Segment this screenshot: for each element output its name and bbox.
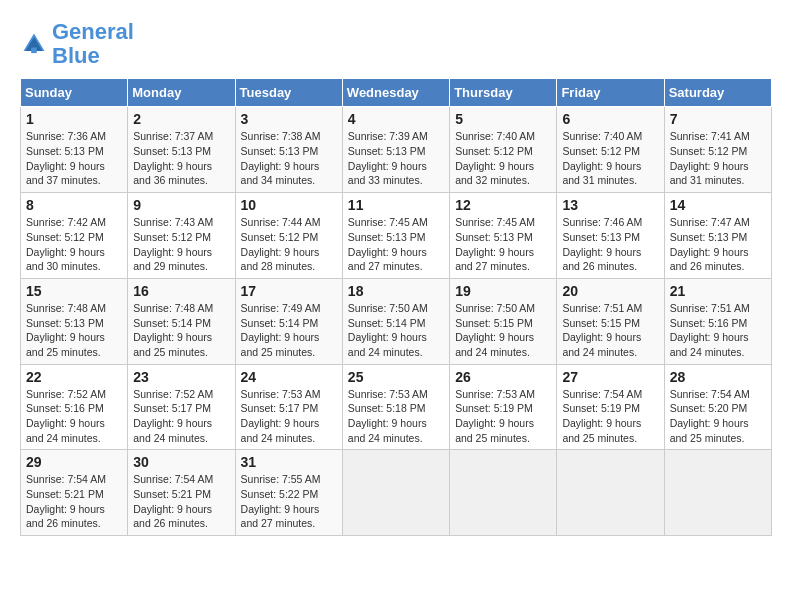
day-number: 27 [562, 369, 658, 385]
calendar-cell: 1 Sunrise: 7:36 AM Sunset: 5:13 PM Dayli… [21, 107, 128, 193]
day-number: 14 [670, 197, 766, 213]
day-number: 29 [26, 454, 122, 470]
day-info: Sunrise: 7:45 AM Sunset: 5:13 PM Dayligh… [455, 215, 551, 274]
logo: General Blue [20, 20, 134, 68]
day-number: 11 [348, 197, 444, 213]
calendar-cell: 8 Sunrise: 7:42 AM Sunset: 5:12 PM Dayli… [21, 193, 128, 279]
day-number: 16 [133, 283, 229, 299]
day-info: Sunrise: 7:50 AM Sunset: 5:15 PM Dayligh… [455, 301, 551, 360]
day-info: Sunrise: 7:41 AM Sunset: 5:12 PM Dayligh… [670, 129, 766, 188]
day-number: 22 [26, 369, 122, 385]
day-info: Sunrise: 7:51 AM Sunset: 5:16 PM Dayligh… [670, 301, 766, 360]
day-of-week-monday: Monday [128, 79, 235, 107]
calendar-cell: 11 Sunrise: 7:45 AM Sunset: 5:13 PM Dayl… [342, 193, 449, 279]
calendar-cell: 27 Sunrise: 7:54 AM Sunset: 5:19 PM Dayl… [557, 364, 664, 450]
calendar-cell [342, 450, 449, 536]
day-info: Sunrise: 7:42 AM Sunset: 5:12 PM Dayligh… [26, 215, 122, 274]
day-number: 3 [241, 111, 337, 127]
day-info: Sunrise: 7:45 AM Sunset: 5:13 PM Dayligh… [348, 215, 444, 274]
calendar-cell: 28 Sunrise: 7:54 AM Sunset: 5:20 PM Dayl… [664, 364, 771, 450]
day-number: 2 [133, 111, 229, 127]
day-number: 13 [562, 197, 658, 213]
calendar-week-2: 8 Sunrise: 7:42 AM Sunset: 5:12 PM Dayli… [21, 193, 772, 279]
calendar-cell: 12 Sunrise: 7:45 AM Sunset: 5:13 PM Dayl… [450, 193, 557, 279]
day-number: 9 [133, 197, 229, 213]
calendar-week-1: 1 Sunrise: 7:36 AM Sunset: 5:13 PM Dayli… [21, 107, 772, 193]
day-number: 31 [241, 454, 337, 470]
day-of-week-tuesday: Tuesday [235, 79, 342, 107]
calendar-cell: 6 Sunrise: 7:40 AM Sunset: 5:12 PM Dayli… [557, 107, 664, 193]
day-number: 5 [455, 111, 551, 127]
calendar-cell: 20 Sunrise: 7:51 AM Sunset: 5:15 PM Dayl… [557, 278, 664, 364]
calendar-cell: 16 Sunrise: 7:48 AM Sunset: 5:14 PM Dayl… [128, 278, 235, 364]
calendar-cell: 4 Sunrise: 7:39 AM Sunset: 5:13 PM Dayli… [342, 107, 449, 193]
calendar-cell [664, 450, 771, 536]
day-info: Sunrise: 7:40 AM Sunset: 5:12 PM Dayligh… [562, 129, 658, 188]
day-of-week-thursday: Thursday [450, 79, 557, 107]
calendar-cell: 24 Sunrise: 7:53 AM Sunset: 5:17 PM Dayl… [235, 364, 342, 450]
day-number: 8 [26, 197, 122, 213]
calendar-cell: 7 Sunrise: 7:41 AM Sunset: 5:12 PM Dayli… [664, 107, 771, 193]
day-info: Sunrise: 7:54 AM Sunset: 5:19 PM Dayligh… [562, 387, 658, 446]
calendar-table: SundayMondayTuesdayWednesdayThursdayFrid… [20, 78, 772, 536]
day-number: 25 [348, 369, 444, 385]
calendar-cell: 29 Sunrise: 7:54 AM Sunset: 5:21 PM Dayl… [21, 450, 128, 536]
calendar-cell: 18 Sunrise: 7:50 AM Sunset: 5:14 PM Dayl… [342, 278, 449, 364]
calendar-cell: 22 Sunrise: 7:52 AM Sunset: 5:16 PM Dayl… [21, 364, 128, 450]
day-info: Sunrise: 7:47 AM Sunset: 5:13 PM Dayligh… [670, 215, 766, 274]
day-number: 18 [348, 283, 444, 299]
calendar-cell: 3 Sunrise: 7:38 AM Sunset: 5:13 PM Dayli… [235, 107, 342, 193]
calendar-cell: 23 Sunrise: 7:52 AM Sunset: 5:17 PM Dayl… [128, 364, 235, 450]
day-number: 23 [133, 369, 229, 385]
calendar-cell: 31 Sunrise: 7:55 AM Sunset: 5:22 PM Dayl… [235, 450, 342, 536]
page-header: General Blue [20, 20, 772, 68]
day-info: Sunrise: 7:52 AM Sunset: 5:16 PM Dayligh… [26, 387, 122, 446]
day-info: Sunrise: 7:43 AM Sunset: 5:12 PM Dayligh… [133, 215, 229, 274]
logo-text: General Blue [52, 20, 134, 68]
day-info: Sunrise: 7:46 AM Sunset: 5:13 PM Dayligh… [562, 215, 658, 274]
calendar-cell: 21 Sunrise: 7:51 AM Sunset: 5:16 PM Dayl… [664, 278, 771, 364]
day-info: Sunrise: 7:36 AM Sunset: 5:13 PM Dayligh… [26, 129, 122, 188]
svg-rect-2 [31, 48, 37, 54]
day-of-week-friday: Friday [557, 79, 664, 107]
day-info: Sunrise: 7:54 AM Sunset: 5:20 PM Dayligh… [670, 387, 766, 446]
day-number: 15 [26, 283, 122, 299]
logo-icon [20, 30, 48, 58]
day-number: 30 [133, 454, 229, 470]
calendar-cell: 13 Sunrise: 7:46 AM Sunset: 5:13 PM Dayl… [557, 193, 664, 279]
calendar-cell: 19 Sunrise: 7:50 AM Sunset: 5:15 PM Dayl… [450, 278, 557, 364]
day-info: Sunrise: 7:38 AM Sunset: 5:13 PM Dayligh… [241, 129, 337, 188]
calendar-cell: 9 Sunrise: 7:43 AM Sunset: 5:12 PM Dayli… [128, 193, 235, 279]
day-info: Sunrise: 7:48 AM Sunset: 5:13 PM Dayligh… [26, 301, 122, 360]
day-number: 19 [455, 283, 551, 299]
calendar-cell: 10 Sunrise: 7:44 AM Sunset: 5:12 PM Dayl… [235, 193, 342, 279]
day-info: Sunrise: 7:44 AM Sunset: 5:12 PM Dayligh… [241, 215, 337, 274]
day-info: Sunrise: 7:54 AM Sunset: 5:21 PM Dayligh… [26, 472, 122, 531]
calendar-cell: 5 Sunrise: 7:40 AM Sunset: 5:12 PM Dayli… [450, 107, 557, 193]
day-info: Sunrise: 7:53 AM Sunset: 5:17 PM Dayligh… [241, 387, 337, 446]
day-info: Sunrise: 7:52 AM Sunset: 5:17 PM Dayligh… [133, 387, 229, 446]
day-info: Sunrise: 7:39 AM Sunset: 5:13 PM Dayligh… [348, 129, 444, 188]
day-number: 6 [562, 111, 658, 127]
calendar-week-3: 15 Sunrise: 7:48 AM Sunset: 5:13 PM Dayl… [21, 278, 772, 364]
day-number: 17 [241, 283, 337, 299]
day-number: 12 [455, 197, 551, 213]
calendar-cell: 15 Sunrise: 7:48 AM Sunset: 5:13 PM Dayl… [21, 278, 128, 364]
day-info: Sunrise: 7:50 AM Sunset: 5:14 PM Dayligh… [348, 301, 444, 360]
day-number: 24 [241, 369, 337, 385]
day-number: 28 [670, 369, 766, 385]
calendar-cell: 2 Sunrise: 7:37 AM Sunset: 5:13 PM Dayli… [128, 107, 235, 193]
day-info: Sunrise: 7:54 AM Sunset: 5:21 PM Dayligh… [133, 472, 229, 531]
calendar-week-4: 22 Sunrise: 7:52 AM Sunset: 5:16 PM Dayl… [21, 364, 772, 450]
day-info: Sunrise: 7:53 AM Sunset: 5:19 PM Dayligh… [455, 387, 551, 446]
day-number: 21 [670, 283, 766, 299]
day-info: Sunrise: 7:51 AM Sunset: 5:15 PM Dayligh… [562, 301, 658, 360]
calendar-cell: 30 Sunrise: 7:54 AM Sunset: 5:21 PM Dayl… [128, 450, 235, 536]
day-number: 26 [455, 369, 551, 385]
day-of-week-sunday: Sunday [21, 79, 128, 107]
day-number: 1 [26, 111, 122, 127]
day-number: 20 [562, 283, 658, 299]
day-info: Sunrise: 7:53 AM Sunset: 5:18 PM Dayligh… [348, 387, 444, 446]
calendar-cell [450, 450, 557, 536]
calendar-week-5: 29 Sunrise: 7:54 AM Sunset: 5:21 PM Dayl… [21, 450, 772, 536]
